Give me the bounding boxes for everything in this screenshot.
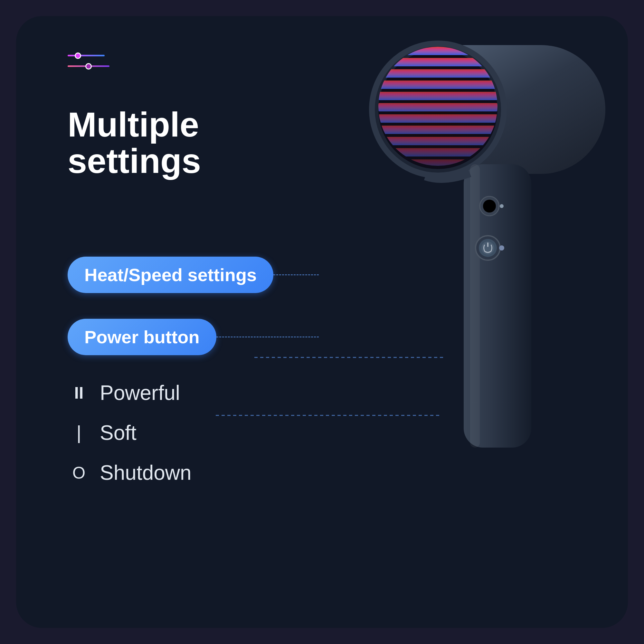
power-button-line [216, 336, 319, 337]
modes-list: II Powerful | Soft O Shutdown [68, 381, 319, 485]
sliders-icon [68, 55, 109, 87]
powerful-icon: II [68, 383, 90, 403]
power-button-callout: Power button [68, 319, 319, 355]
heat-speed-bubble: Heat/Speed settings [68, 257, 273, 293]
heat-speed-line [273, 274, 319, 275]
soft-label: Soft [100, 421, 137, 445]
slider-line-bottom [68, 65, 109, 67]
powerful-label: Powerful [100, 381, 180, 405]
hairdryer-illustration [290, 16, 628, 628]
slider-dot-2 [85, 63, 92, 70]
svg-rect-7 [378, 81, 497, 89]
mode-powerful: II Powerful [68, 381, 319, 405]
svg-rect-10 [378, 114, 497, 123]
svg-rect-6 [378, 69, 497, 78]
heat-speed-callout: Heat/Speed settings [68, 257, 319, 293]
shutdown-label: Shutdown [100, 461, 192, 485]
heading-line2: settings [68, 143, 319, 179]
svg-rect-9 [378, 103, 497, 111]
mode-shutdown: O Shutdown [68, 461, 319, 485]
slider-line-top [68, 55, 105, 56]
svg-rect-16 [470, 164, 480, 448]
svg-point-18 [483, 200, 496, 213]
svg-rect-12 [378, 137, 497, 145]
soft-icon: | [68, 421, 90, 444]
svg-rect-8 [378, 92, 497, 100]
main-heading: Multiple settings [68, 106, 319, 179]
content-area: Multiple settings Heat/Speed settings Po… [48, 16, 338, 628]
svg-point-23 [500, 204, 504, 208]
svg-rect-11 [378, 126, 497, 134]
svg-point-24 [499, 245, 504, 251]
shutdown-icon: O [68, 463, 90, 482]
slider-dot-1 [75, 52, 81, 59]
power-button-bubble: Power button [68, 319, 216, 355]
mode-soft: | Soft [68, 421, 319, 445]
heading-line1: Multiple [68, 106, 319, 143]
main-card: Multiple settings Heat/Speed settings Po… [16, 16, 628, 628]
